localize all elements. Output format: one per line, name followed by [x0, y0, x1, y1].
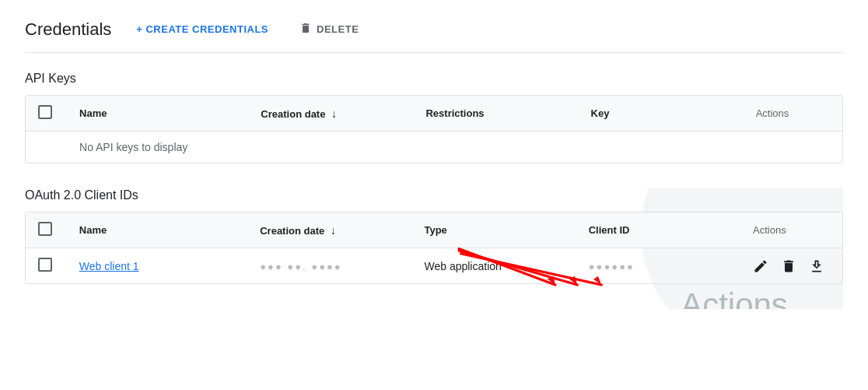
api-keys-actions-col: Actions: [744, 96, 842, 132]
api-keys-section: API Keys Name Creation date ↓ Restrictio…: [25, 72, 843, 163]
page-title: Credentials: [25, 19, 111, 40]
oauth-row-0-checkbox[interactable]: [38, 258, 52, 272]
edit-icon[interactable]: [753, 258, 768, 274]
oauth-row-0-date: ●●● ●●, ●●●●: [247, 248, 411, 284]
download-icon[interactable]: [809, 258, 824, 274]
delete-button[interactable]: DELETE: [293, 19, 365, 40]
api-keys-table: Name Creation date ↓ Restrictions Key Ac…: [25, 95, 843, 163]
api-keys-empty-message: No API keys to display: [67, 132, 842, 163]
delete-icon[interactable]: [781, 258, 796, 274]
api-keys-restrictions-col: Restrictions: [413, 96, 578, 132]
oauth-row-0-date-value: ●●● ●●, ●●●●: [260, 261, 342, 272]
oauth-table: Name Creation date ↓ Type Client ID Acti…: [25, 212, 843, 284]
oauth-header-row: Name Creation date ↓ Type Client ID Acti…: [26, 213, 842, 248]
api-keys-select-all-checkbox[interactable]: [38, 105, 52, 119]
page-header: Credentials + CREATE CREDENTIALS DELETE: [25, 19, 843, 53]
oauth-select-all-checkbox[interactable]: [38, 222, 52, 236]
oauth-title: OAuth 2.0 Client IDs: [25, 188, 843, 202]
oauth-client-col: Client ID: [576, 213, 740, 248]
api-keys-title: API Keys: [25, 72, 843, 86]
trash-icon: [299, 22, 312, 37]
oauth-row-0-name-link[interactable]: Web client 1: [79, 260, 139, 272]
sort-arrow-icon[interactable]: ↓: [331, 107, 337, 120]
oauth-row-0-type: Web application: [411, 248, 576, 284]
create-credentials-button[interactable]: + CREATE CREDENTIALS: [130, 20, 275, 38]
oauth-date-col: Creation date ↓: [247, 213, 411, 248]
oauth-row-0-name: Web client 1: [67, 248, 247, 284]
api-keys-select-all-header: [26, 96, 67, 132]
api-keys-key-col: Key: [579, 96, 744, 132]
oauth-row-0-client-value: ●●●●●●: [589, 261, 635, 272]
api-keys-empty-row: No API keys to display: [26, 132, 842, 163]
oauth-row-0-actions: [740, 248, 842, 284]
oauth-sort-arrow-icon[interactable]: ↓: [331, 224, 336, 237]
actions-big-label: Actions: [681, 286, 788, 309]
oauth-select-all-header: [26, 213, 67, 248]
api-keys-header-row: Name Creation date ↓ Restrictions Key Ac…: [26, 96, 842, 132]
oauth-section: Actions OAuth 2.0 Client IDs Name Creati…: [25, 188, 843, 309]
api-keys-date-col: Creation date ↓: [248, 96, 413, 132]
oauth-type-col: Type: [411, 213, 576, 248]
api-keys-name-col: Name: [67, 96, 248, 132]
oauth-row-0: Web client 1 ●●● ●●, ●●●● Web applicatio…: [26, 248, 842, 284]
oauth-actions-col: Actions: [740, 213, 842, 248]
oauth-name-col: Name: [67, 213, 247, 248]
oauth-row-0-client: ●●●●●●: [576, 248, 740, 284]
